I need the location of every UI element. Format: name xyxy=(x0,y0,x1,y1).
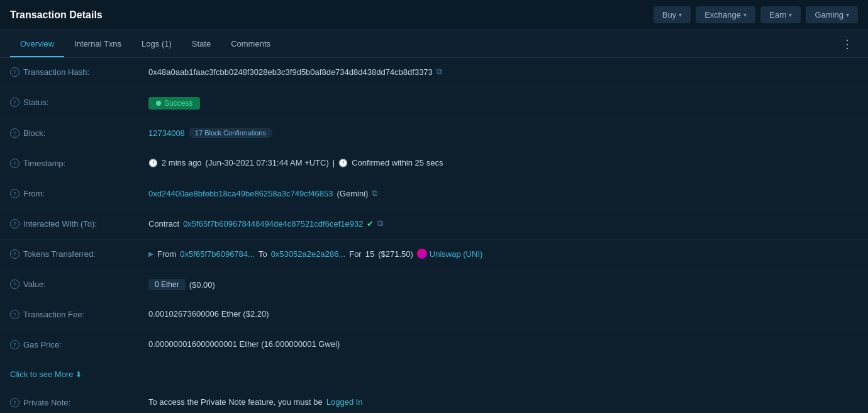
page-title: Transaction Details xyxy=(10,9,654,21)
timestamp-label: ? Timestamp: xyxy=(10,158,148,168)
earn-button[interactable]: Earn ▾ xyxy=(760,6,801,23)
header: Transaction Details Buy ▾ Exchange ▾ Ear… xyxy=(0,0,868,30)
tokens-transferred-label: ? Tokens Transferred: xyxy=(10,249,148,259)
earn-chevron-icon: ▾ xyxy=(789,11,792,18)
contract-copy-icon[interactable]: ⧉ xyxy=(377,218,383,229)
clock-icon: 🕐 xyxy=(148,159,158,167)
uni-token-icon xyxy=(417,249,427,259)
status-info-icon[interactable]: ? xyxy=(10,98,19,107)
value-row: ? Value: 0 Ether ($0.00) xyxy=(0,270,868,300)
tab-internal-txns[interactable]: Internal Txns xyxy=(64,31,131,57)
tabs-bar: Overview Internal Txns Logs (1) State Co… xyxy=(0,30,868,58)
transaction-content: ? Transaction Hash: 0x48a0aab1faac3fcbb0… xyxy=(0,58,868,413)
header-nav: Buy ▾ Exchange ▾ Earn ▾ Gaming ▾ xyxy=(654,6,858,23)
value-label: ? Value: xyxy=(10,279,148,289)
contract-address-link[interactable]: 0x5f65f7b609678448494de4c87521cdf6cef1e9… xyxy=(183,219,363,229)
tab-comments[interactable]: Comments xyxy=(221,31,281,57)
success-dot-icon xyxy=(156,101,161,106)
interacted-info-icon[interactable]: ? xyxy=(10,219,19,229)
gaming-button[interactable]: Gaming ▾ xyxy=(806,6,858,23)
status-label: ? Status: xyxy=(10,97,148,107)
transaction-fee-label: ? Transaction Fee: xyxy=(10,309,148,319)
value-value: 0 Ether ($0.00) xyxy=(148,279,858,290)
gas-price-label: ? Gas Price: xyxy=(10,339,148,349)
tokens-info-icon[interactable]: ? xyxy=(10,249,19,259)
status-row: ? Status: Success xyxy=(0,88,868,119)
transaction-hash-value: 0x48a0aab1faac3fcbb0248f3028eb3c3f9d5b0a… xyxy=(148,67,858,77)
gas-price-info-icon[interactable]: ? xyxy=(10,340,19,349)
from-label: ? From: xyxy=(10,188,148,198)
confirmed-clock-icon: 🕐 xyxy=(338,159,348,167)
from-address-link[interactable]: 0xd24400ae8bfebb18ca49be86258a3c749cf468… xyxy=(148,189,333,198)
private-note-value: To access the Private Note feature, you … xyxy=(148,397,858,407)
tab-logs[interactable]: Logs (1) xyxy=(131,31,182,57)
timestamp-row: ? Timestamp: 🕐 2 mins ago (Jun-30-2021 0… xyxy=(0,149,868,179)
block-info-icon[interactable]: ? xyxy=(10,128,19,138)
tokens-transferred-value: ▶ From 0x5f65f7b6096784... To 0x53052a2e… xyxy=(148,249,858,259)
from-row: ? From: 0xd24400ae8bfebb18ca49be86258a3c… xyxy=(0,179,868,210)
buy-chevron-icon: ▾ xyxy=(679,11,682,18)
click-to-see-more[interactable]: Click to see More ⬇ xyxy=(0,361,868,388)
token-to-address-link[interactable]: 0x53052a2e2a286... xyxy=(271,249,346,259)
block-row: ? Block: 12734008 17 Block Confirmations xyxy=(0,119,868,149)
timestamp-info-icon[interactable]: ? xyxy=(10,159,19,168)
block-number-link[interactable]: 12734008 xyxy=(148,128,185,138)
exchange-button[interactable]: Exchange ▾ xyxy=(696,6,755,23)
transaction-hash-info-icon[interactable]: ? xyxy=(10,67,19,77)
block-label: ? Block: xyxy=(10,128,148,138)
transaction-fee-value: 0.00102673600006 Ether ($2.20) xyxy=(148,309,858,319)
uni-token-badge: Uniswap (UNI) xyxy=(417,249,483,259)
token-arrow-icon: ▶ xyxy=(148,250,153,258)
tokens-transferred-row: ? Tokens Transferred: ▶ From 0x5f65f7b60… xyxy=(0,240,868,270)
ether-badge: 0 Ether xyxy=(148,279,186,290)
from-info-icon[interactable]: ? xyxy=(10,189,19,198)
expand-arrow-icon: ⬇ xyxy=(75,370,82,379)
buy-button[interactable]: Buy ▾ xyxy=(654,6,691,23)
private-note-info-icon[interactable]: ? xyxy=(10,398,19,407)
value-info-icon[interactable]: ? xyxy=(10,280,19,289)
transaction-hash-copy-icon[interactable]: ⧉ xyxy=(437,67,442,77)
verified-icon: ✔ xyxy=(367,219,374,229)
block-confirmations-badge: 17 Block Confirmations xyxy=(189,128,272,138)
interacted-with-row: ? Interacted With (To): Contract 0x5f65f… xyxy=(0,210,868,240)
exchange-chevron-icon: ▾ xyxy=(743,11,747,18)
uniswap-token-link[interactable]: Uniswap (UNI) xyxy=(430,249,483,259)
transaction-hash-row: ? Transaction Hash: 0x48a0aab1faac3fcbb0… xyxy=(0,58,868,88)
private-note-label: ? Private Note: xyxy=(10,397,148,407)
interacted-with-label: ? Interacted With (To): xyxy=(10,218,148,229)
transaction-fee-row: ? Transaction Fee: 0.00102673600006 Ethe… xyxy=(0,300,868,331)
gaming-chevron-icon: ▾ xyxy=(846,11,849,18)
private-note-row: ? Private Note: To access the Private No… xyxy=(0,388,868,413)
transaction-hash-label: ? Transaction Hash: xyxy=(10,67,148,77)
tab-menu-icon[interactable]: ⋮ xyxy=(837,35,858,54)
status-value: Success xyxy=(148,97,858,110)
timestamp-value: 🕐 2 mins ago (Jun-30-2021 07:31:44 AM +U… xyxy=(148,158,858,167)
gas-price-row: ? Gas Price: 0.000000016000000001 Ether … xyxy=(0,331,868,361)
from-value: 0xd24400ae8bfebb18ca49be86258a3c749cf468… xyxy=(148,188,858,198)
gas-price-value: 0.000000016000000001 Ether (16.000000001… xyxy=(148,339,858,349)
status-badge: Success xyxy=(148,97,200,110)
login-link[interactable]: Logged In xyxy=(326,397,363,407)
interacted-with-value: Contract 0x5f65f7b609678448494de4c87521c… xyxy=(148,218,858,229)
block-value: 12734008 17 Block Confirmations xyxy=(148,128,858,138)
tab-overview[interactable]: Overview xyxy=(10,31,64,57)
from-copy-icon[interactable]: ⧉ xyxy=(372,188,377,198)
tx-fee-info-icon[interactable]: ? xyxy=(10,310,19,319)
token-from-address-link[interactable]: 0x5f65f7b6096784... xyxy=(180,249,255,259)
tab-state[interactable]: State xyxy=(182,31,221,57)
